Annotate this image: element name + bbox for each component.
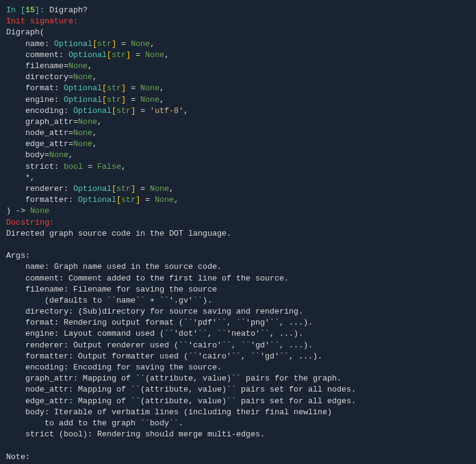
class-name: Digraph [6,28,40,37]
prompt-bracket-close: ]: [35,6,49,15]
arg-node-attr: node_attr: Mapping of ``(attribute, valu… [25,385,356,394]
param-node-attr: node_attr [25,128,68,137]
arg-formatter: formatter: Output formatter used (``'cai… [25,352,322,361]
arg-renderer: renderer: Output renderer used (``'cairo… [25,341,313,350]
prompt-number: 15 [25,6,35,15]
arg-encoding: encoding: Encoding for saving the source… [25,363,222,372]
param-directory: directory [25,72,68,82]
param-strict: strict [25,162,54,171]
param-name: name [25,39,44,48]
arg-body: body: Iterable of verbatim lines (includ… [25,408,332,417]
arg-strict: strict (bool): Rendering should merge mu… [25,430,265,439]
arg-comment: comment: Comment added to the first line… [25,274,289,283]
param-engine: engine [25,95,54,104]
param-graph-attr: graph_attr [25,117,73,126]
arg-body-cont: to add to the graph ``body``. [44,419,183,428]
param-formatter: formatter [25,195,68,204]
param-encoding: encoding [25,106,63,115]
param-edge-attr: edge_attr [25,139,68,149]
param-filename: filename [25,61,63,71]
prompt-in-label: In [6,6,20,15]
param-format: format [25,83,54,93]
docstring-header: Docstring: [6,218,54,227]
args-header: Args: [6,251,30,260]
param-star: *, [25,173,35,182]
param-body: body [25,150,44,160]
input-query[interactable]: Digraph? [49,6,87,15]
param-comment: comment [25,50,59,60]
arg-name: name: Graph name used in the source code… [25,262,222,271]
arg-format: format: Rendering output format (``'pdf'… [25,318,313,327]
doc-summary: Directed graph source code in the DOT la… [6,229,232,238]
arg-edge-attr: edge_attr: Mapping of ``(attribute, valu… [25,396,356,406]
arg-filename-cont: (defaults to ``name`` + ``'.gv'``). [44,296,212,305]
init-signature-header: Init signature: [6,17,78,26]
arg-directory: directory: (Sub)directory for source sav… [25,307,303,316]
param-renderer: renderer [25,184,63,193]
arg-graph-attr: graph_attr: Mapping of ``(attribute, val… [25,374,341,383]
note-header: Note: [6,452,30,462]
arg-engine: engine: Layout command used (``'dot'``, … [25,329,303,338]
arg-filename: filename: Filename for saving the source [25,285,217,294]
